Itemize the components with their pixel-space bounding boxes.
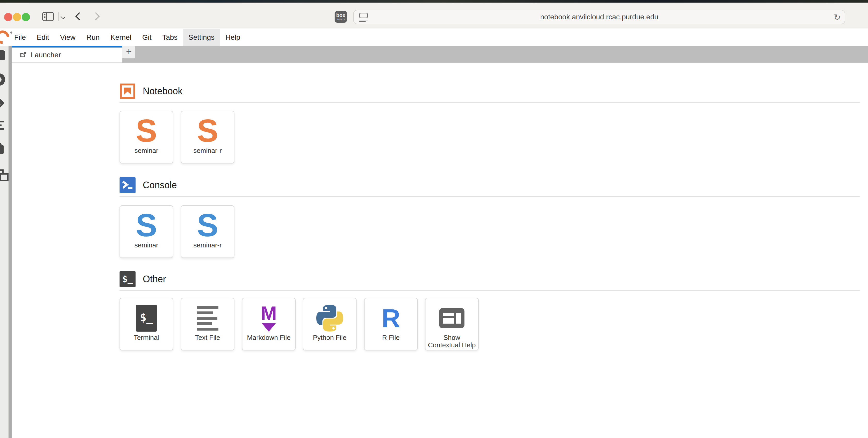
card-label: seminar — [121, 147, 172, 154]
kernel-logo-s: S — [120, 115, 173, 146]
section-notebook-title: Notebook — [143, 83, 183, 99]
desktop-wallpaper-strip — [0, 0, 868, 3]
launcher-card-notebook-seminar-r[interactable]: S seminar-r — [181, 111, 235, 164]
kernel-logo-s: S — [120, 209, 173, 241]
zoom-window-button[interactable] — [22, 13, 30, 21]
menu-file[interactable]: File — [9, 29, 31, 46]
console-icon — [120, 177, 135, 193]
section-console-title: Console — [143, 177, 177, 193]
jupyterlab-menubar: File Edit View Run Kernel Git Tabs Setti… — [0, 29, 868, 46]
card-label: seminar-r — [182, 241, 233, 249]
tab-launcher-label: Launcher — [31, 48, 61, 62]
forward-button[interactable] — [93, 11, 100, 22]
menu-tabs[interactable]: Tabs — [157, 29, 183, 46]
browser-toolbar: box TOOLS notebook.anvilcloud.rcac.purdu… — [0, 3, 868, 28]
chevron-down-icon[interactable] — [61, 15, 65, 19]
extension-icon[interactable] — [0, 145, 4, 154]
markdown-icon: M — [261, 305, 277, 331]
menu-settings[interactable]: Settings — [183, 29, 220, 46]
menu-kernel[interactable]: Kernel — [105, 29, 137, 46]
text-file-icon — [197, 306, 218, 330]
back-button[interactable] — [75, 11, 82, 22]
left-sidebar — [0, 46, 8, 438]
card-label: Terminal — [121, 334, 172, 342]
kernel-logo-s: S — [181, 209, 234, 241]
card-label: seminar — [121, 241, 172, 249]
running-sessions-icon[interactable] — [0, 74, 5, 86]
sidebar-toggle-icon[interactable] — [42, 12, 54, 21]
card-label: seminar-r — [182, 147, 233, 154]
menu-items: File Edit View Run Kernel Git Tabs Setti… — [9, 29, 246, 46]
address-bar[interactable]: notebook.anvilcloud.rcac.purdue.edu ↻ — [353, 10, 845, 24]
kernel-logo-s: S — [181, 115, 234, 146]
r-icon: R — [381, 305, 400, 331]
property-inspector-icon[interactable] — [0, 169, 4, 176]
section-divider — [120, 196, 860, 197]
dock-tabbar: Launcher + — [11, 46, 868, 63]
card-label: Markdown File — [244, 334, 294, 342]
launcher-panel: Notebook S seminar S seminar-r Console — [11, 64, 868, 438]
launcher-card-notebook-seminar[interactable]: S seminar — [120, 111, 173, 164]
close-window-button[interactable] — [4, 13, 12, 21]
minimize-window-button[interactable] — [13, 13, 21, 21]
terminal-card-icon: $_ — [136, 305, 157, 331]
folder-icon[interactable] — [0, 50, 5, 60]
section-divider — [120, 102, 860, 103]
launcher-card-markdown-file[interactable]: M Markdown File — [242, 298, 296, 350]
contextual-help-icon — [439, 308, 464, 328]
terminal-icon: $_ — [120, 271, 135, 287]
section-other-title: Other — [143, 271, 166, 287]
refresh-icon[interactable]: ↻ — [834, 12, 841, 23]
url-text: notebook.anvilcloud.rcac.purdue.edu — [354, 10, 845, 24]
new-launcher-button[interactable]: + — [122, 46, 135, 58]
launcher-card-show-contextual-help[interactable]: Show Contextual Help — [425, 298, 479, 350]
screen: box TOOLS notebook.anvilcloud.rcac.purdu… — [0, 0, 868, 438]
section-divider — [120, 290, 860, 291]
launcher-card-terminal[interactable]: $_ Terminal — [120, 298, 173, 350]
menu-help[interactable]: Help — [220, 29, 246, 46]
toolbar-divider — [58, 12, 59, 21]
launcher-card-r-file[interactable]: R R File — [364, 298, 418, 350]
card-label: R File — [366, 334, 416, 342]
launcher-card-text-file[interactable]: Text File — [181, 298, 235, 350]
launcher-tab-icon — [19, 51, 27, 58]
launcher-card-python-file[interactable]: Python File — [303, 298, 356, 350]
python-icon — [316, 305, 343, 331]
launcher-card-console-seminar[interactable]: S seminar — [120, 205, 173, 258]
box-badge-subtext: TOOLS — [335, 18, 347, 21]
menu-git[interactable]: Git — [137, 29, 157, 46]
card-label: Show Contextual Help — [427, 334, 477, 349]
menu-edit[interactable]: Edit — [31, 29, 55, 46]
card-label: Python File — [304, 334, 355, 342]
box-tools-extension-badge[interactable]: box TOOLS — [335, 11, 347, 23]
box-badge-text: box — [335, 13, 347, 18]
table-of-contents-icon[interactable] — [0, 121, 4, 132]
git-icon[interactable] — [0, 96, 5, 110]
tab-launcher[interactable]: Launcher — [11, 46, 122, 62]
launcher-card-console-seminar-r[interactable]: S seminar-r — [181, 205, 235, 258]
notebook-icon — [120, 83, 135, 99]
card-label: Text File — [182, 334, 233, 342]
menu-view[interactable]: View — [55, 29, 81, 46]
sidebar-divider — [8, 46, 11, 438]
menu-run[interactable]: Run — [81, 29, 105, 46]
